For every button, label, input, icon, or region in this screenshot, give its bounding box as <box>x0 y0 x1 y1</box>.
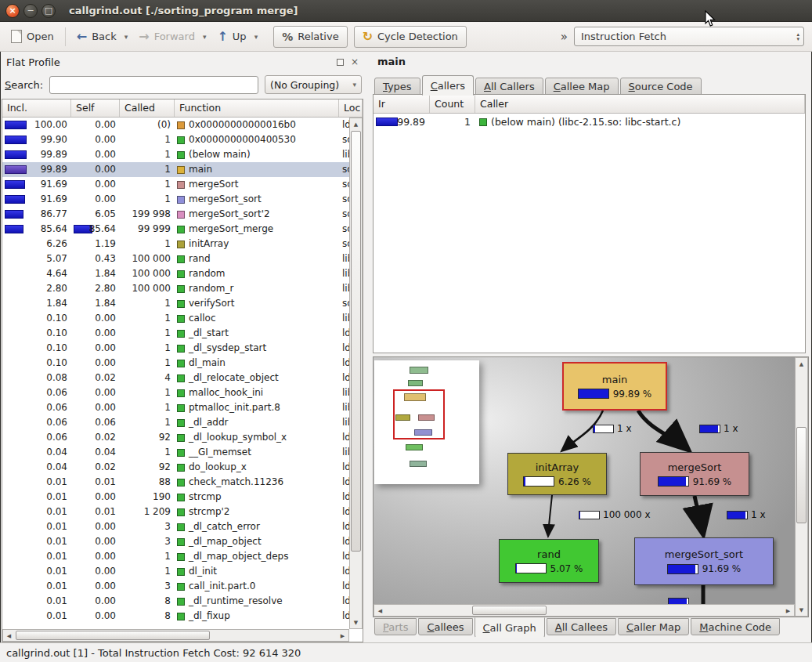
flat-profile-row[interactable]: 91.69 0.00 1 mergeSort_sort sor <box>2 192 349 207</box>
flat-profile-row[interactable]: 0.04 0.02 92 do_lookup_x ld-2 <box>2 460 349 475</box>
tab-caller-map[interactable]: Caller Map <box>618 618 689 635</box>
combo-spinner-icon[interactable]: ▴▾ <box>796 32 799 42</box>
flat-profile-row[interactable]: 0.06 0.02 92 _dl_lookup_symbol_x ld-2 <box>2 430 349 445</box>
flat-profile-row[interactable]: 0.01 0.00 1 dl_init ld-2 <box>2 564 349 579</box>
flat-profile-row[interactable]: 0.10 0.00 1 dl_main ld-2 <box>2 356 349 371</box>
scroll-left-icon[interactable]: ◀ <box>374 605 386 617</box>
tab-all-callees[interactable]: All Callees <box>547 618 616 635</box>
up-button[interactable]: ↑ Up <box>211 27 252 46</box>
tab-types[interactable]: Types <box>374 78 420 95</box>
scrollbar-thumb[interactable] <box>796 427 807 523</box>
relative-toggle-button[interactable]: % Relative <box>273 26 347 48</box>
graph-minimap[interactable] <box>374 360 479 484</box>
float-panel-button[interactable] <box>337 56 344 68</box>
flat-profile-row[interactable]: 0.10 0.00 1 _dl_start ld-2 <box>2 326 349 341</box>
graph-canvas[interactable]: main 99.89 % initArray 6.26 % mergeSort … <box>374 357 795 604</box>
flat-profile-row[interactable]: 1.84 1.84 1 verifySort sor <box>2 296 349 311</box>
tab-source-code[interactable]: Source Code <box>620 78 702 95</box>
back-dropdown-icon[interactable]: ▾ <box>123 33 133 41</box>
column-header-caller[interactable]: Caller <box>475 95 805 113</box>
grouping-combo[interactable]: (No Grouping) ▾ <box>265 75 362 94</box>
close-window-button[interactable]: × <box>5 4 20 18</box>
column-header-location[interactable]: Loc <box>339 99 363 117</box>
scroll-right-icon[interactable]: ▶ <box>337 630 348 642</box>
toolbar-overflow-button[interactable]: » <box>554 30 574 44</box>
scroll-up-icon[interactable]: ▲ <box>796 358 807 370</box>
column-header-self[interactable]: Self <box>71 99 120 117</box>
flat-profile-row[interactable]: 5.07 0.43 100 000 rand libc <box>2 251 349 266</box>
up-dropdown-icon[interactable]: ▾ <box>253 33 263 41</box>
flat-profile-row[interactable]: 0.10 0.00 1 _dl_sysdep_start ld-2 <box>2 341 349 356</box>
flat-profile-vscrollbar[interactable]: ▲ ▼ <box>349 118 363 629</box>
tab-callee-map[interactable]: Callee Map <box>545 78 619 95</box>
graph-vscrollbar[interactable]: ▲ ▼ <box>795 357 808 617</box>
maximize-window-button[interactable]: □ <box>42 4 56 18</box>
back-button[interactable]: ← Back <box>70 27 123 46</box>
graph-node-mergesort[interactable]: mergeSort 91.69 % <box>640 452 749 496</box>
flat-profile-row[interactable]: 100.00 0.00 (0) 0x00000000000016b0 ld-2 <box>2 118 349 132</box>
tab-callees[interactable]: Callees <box>418 618 472 635</box>
flat-profile-hscrollbar[interactable]: ◀ ▶ <box>2 629 349 642</box>
caller-row[interactable]: 99.89 1 (below main) (libc-2.15.so: libc… <box>374 114 805 130</box>
flat-profile-row[interactable]: 4.64 1.84 100 000 random libc <box>2 266 349 281</box>
minimize-window-button[interactable]: − <box>23 4 38 18</box>
cycle-detection-button[interactable]: ↻ Cycle Detection <box>354 26 467 48</box>
open-button[interactable]: Open <box>5 27 60 46</box>
graph-hscrollbar[interactable]: ◀ ▶ <box>374 604 795 617</box>
scroll-left-icon[interactable]: ◀ <box>3 630 15 642</box>
titlebar[interactable]: × − □ callgrind.out [./sorting_program m… <box>0 0 812 22</box>
column-header-function[interactable]: Function <box>175 99 339 117</box>
flat-profile-row[interactable]: 0.01 0.00 1 _dl_map_object_deps ld-2 <box>2 549 349 564</box>
graph-node-mergesort_sort[interactable]: mergeSort_sort 91.69 % <box>634 537 774 585</box>
flat-profile-row[interactable]: 86.77 6.05 199 998 mergeSort_sort'2 sor <box>2 207 349 222</box>
incl-value: 0.10 <box>46 326 67 341</box>
graph-node-rand[interactable]: rand 5.07 % <box>499 539 599 583</box>
tab-call-graph[interactable]: Call Graph <box>475 617 545 638</box>
flat-profile-row[interactable]: 0.08 0.02 4 _dl_relocate_object ld-2 <box>2 371 349 385</box>
column-header-ir[interactable]: Ir <box>374 95 430 113</box>
flat-profile-row[interactable]: 0.06 0.06 1 _dl_addr libc <box>2 415 349 430</box>
flat-profile-row[interactable]: 99.90 0.00 1 0x0000000000400530 sor <box>2 132 349 147</box>
tab-all-callers[interactable]: All Callers <box>475 78 543 95</box>
flat-profile-row[interactable]: 0.06 0.00 1 malloc_hook_ini libc <box>2 385 349 400</box>
scrollbar-thumb[interactable] <box>16 631 210 640</box>
close-panel-button[interactable]: × <box>351 57 359 67</box>
scroll-down-icon[interactable]: ▼ <box>350 617 362 628</box>
graph-node-main[interactable]: main 99.89 % <box>562 362 667 411</box>
flat-profile-row[interactable]: 0.06 0.00 1 ptmalloc_init.part.8 libc <box>2 400 349 415</box>
flat-profile-row[interactable]: 85.64 85.64 99 999 mergeSort_merge sor <box>2 222 349 237</box>
flat-profile-row[interactable]: 0.04 0.04 1 __GI_memset libc <box>2 445 349 460</box>
flat-profile-row[interactable]: 0.01 0.01 1 209 strcmp'2 ld-2 <box>2 505 349 519</box>
graph-node-initarray[interactable]: initArray 6.26 % <box>507 453 607 495</box>
flat-profile-row[interactable]: 0.01 0.00 3 _dl_catch_error ld-2 <box>2 519 349 534</box>
flat-profile-row[interactable]: 99.89 0.00 1 (below main) libc <box>2 147 349 162</box>
flat-profile-row[interactable]: 0.01 0.00 8 _dl_runtime_resolve ld-2 <box>2 594 349 609</box>
self-value: 0.00 <box>95 564 116 579</box>
flat-profile-row[interactable]: 91.69 0.00 1 mergeSort sor <box>2 177 349 192</box>
flat-profile-row[interactable]: 0.10 0.00 1 calloc libc <box>2 311 349 326</box>
event-type-combo[interactable]: Instruction Fetch ▴▾ <box>574 27 804 46</box>
forward-button[interactable]: → Forward <box>132 27 201 46</box>
function-icon <box>177 553 185 561</box>
flat-profile-row[interactable]: 2.80 2.80 100 000 random_r libc <box>2 281 349 296</box>
column-header-count[interactable]: Count <box>430 95 475 113</box>
column-header-called[interactable]: Called <box>120 99 175 117</box>
flat-profile-row[interactable]: 0.01 0.00 190 strcmp ld-2 <box>2 490 349 505</box>
flat-profile-row[interactable]: 6.26 1.19 1 initArray sor <box>2 237 349 251</box>
scrollbar-thumb[interactable] <box>351 131 361 552</box>
tab-machine-code[interactable]: Machine Code <box>691 618 780 635</box>
scroll-down-icon[interactable]: ▼ <box>796 604 807 616</box>
forward-dropdown-icon[interactable]: ▾ <box>201 33 211 41</box>
flat-profile-row[interactable]: 0.01 0.00 3 _dl_map_object ld-2 <box>2 534 349 549</box>
scroll-up-icon[interactable]: ▲ <box>350 118 362 130</box>
column-header-incl[interactable]: Incl. <box>2 99 71 117</box>
flat-profile-row[interactable]: 0.01 0.01 88 check_match.11236 ld-2 <box>2 475 349 490</box>
scrollbar-thumb[interactable] <box>472 606 547 615</box>
flat-profile-row[interactable]: 0.01 0.00 8 _dl_fixup ld-2 <box>2 609 349 624</box>
scroll-right-icon[interactable]: ▶ <box>782 605 794 617</box>
event-type-value: Instruction Fetch <box>581 31 666 42</box>
tab-callers[interactable]: Callers <box>422 75 474 96</box>
search-input[interactable] <box>49 76 258 94</box>
flat-profile-row[interactable]: 0.01 0.00 3 call_init.part.0 ld-2 <box>2 579 349 594</box>
flat-profile-row[interactable]: 99.89 0.00 1 main sor <box>2 162 349 177</box>
